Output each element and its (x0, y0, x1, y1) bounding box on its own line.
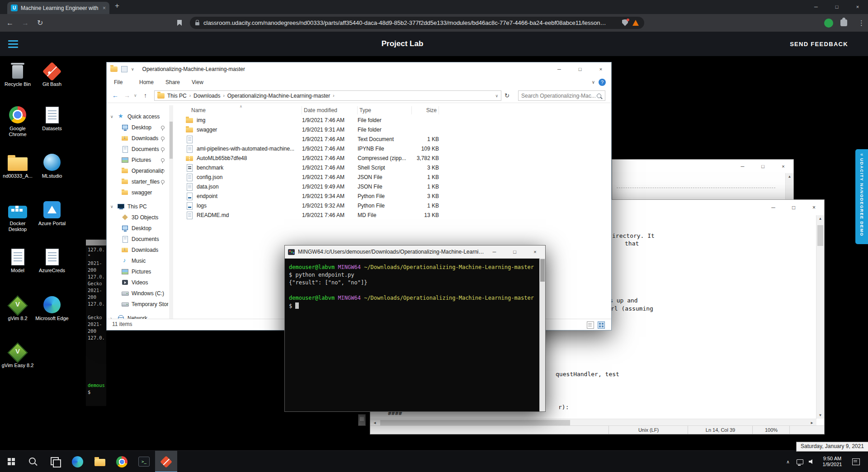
terminal-close-button[interactable]: × (525, 245, 545, 258)
file-row-logs[interactable]: logs1/9/2021 9:32 AMPython File1 KB (184, 201, 610, 210)
desktop-icon-google-chrome[interactable]: Google Chrome (0, 105, 35, 137)
file-row-img[interactable]: img1/9/2021 7:46 AMFile folder (184, 115, 610, 125)
back-button[interactable]: ← (6, 14, 14, 32)
desktop-icon-gvim-8-2[interactable]: VgVim 8.2 (0, 295, 35, 321)
breadcrumb-current-folder[interactable]: Operationalizing-Machine-Learning-master (227, 93, 330, 99)
column-header-date-modified[interactable]: Date modified (302, 106, 358, 114)
sidebar-item-music[interactable]: Music (107, 255, 168, 266)
volume-tray-icon[interactable] (806, 451, 817, 472)
shield-extension-icon[interactable] (622, 19, 628, 27)
bookmark-icon[interactable] (177, 20, 182, 26)
file-list-headers[interactable]: ∧ Name Date modified Type Size (184, 105, 610, 115)
mingw-terminal-window[interactable]: MINGW64:/c/Users/demouser/Downloads/Oper… (284, 245, 546, 412)
reload-button[interactable]: ↻ (37, 14, 43, 32)
explorer-titlebar[interactable]: ∨ Operationalizing-Machine-Learning-mast… (107, 62, 611, 76)
address-bar[interactable]: classroom.udacity.com/nanodegrees/nd0033… (190, 17, 644, 29)
desktop-icon-gvim-easy-8-2[interactable]: VgVim Easy 8.2 (0, 342, 35, 368)
window-minimize-button[interactable]: ─ (806, 0, 826, 14)
file-row-endpoint[interactable]: endpoint1/9/2021 9:34 AMPython File3 KB (184, 191, 610, 201)
sidebar-item-videos[interactable]: Videos (107, 277, 168, 288)
file-row-aml-pipelines-with-automated-machine[interactable]: aml-pipelines-with-automated-machine...1… (184, 144, 610, 153)
nav-section-quick-access[interactable]: ∨Quick access (107, 111, 168, 122)
nav-section-network[interactable]: ›Network (107, 312, 168, 319)
scroll-up-icon[interactable]: ▲ (786, 173, 793, 180)
desktop-icon-docker-desktop[interactable]: Docker Desktop (0, 200, 35, 232)
terminal-scrollbar[interactable] (539, 258, 545, 411)
menu-file[interactable]: File (114, 76, 123, 89)
terminal-titlebar[interactable]: MINGW64:/c/Users/demouser/Downloads/Oper… (285, 245, 545, 259)
column-header-name[interactable]: Name (191, 106, 302, 114)
sidebar-item-desktop[interactable]: Desktop (107, 122, 168, 133)
bw-maximize-button[interactable]: □ (753, 160, 773, 173)
sidebar-item-windows-c[interactable]: Windows (C:) (107, 288, 168, 299)
icons-view-icon[interactable] (598, 321, 605, 329)
terminal-output[interactable]: demouser@labvm MINGW64 ~/Downloads/Opera… (285, 258, 540, 411)
sidebar-item-documents[interactable]: Documents (107, 234, 168, 245)
taskbar-file-explorer[interactable] (89, 451, 111, 472)
profile-avatar[interactable] (824, 19, 833, 28)
sidebar-item-pictures[interactable]: Pictures (107, 155, 168, 165)
desktop-icon-nd00333-a[interactable]: nd00333_A... (0, 152, 35, 179)
desktop-icon-mlstudio[interactable]: MLstudio (35, 152, 69, 179)
sidebar-item-temporary-stora[interactable]: Temporary Stora (107, 299, 168, 310)
explorer-minimize-button[interactable]: ─ (549, 62, 570, 76)
explorer-maximize-button[interactable]: □ (570, 62, 590, 76)
menu-share[interactable]: Share (165, 76, 180, 89)
taskbar-start[interactable] (0, 451, 22, 472)
taskbar-clock[interactable]: 9:50 AM 1/9/2021 (817, 451, 847, 472)
address-breadcrumb-bar[interactable]: This PC › Downloads › Operationalizing-M… (154, 90, 501, 101)
warning-extension-icon[interactable] (632, 20, 639, 26)
qat-properties-icon[interactable] (121, 66, 127, 72)
desktop-icon-recycle-bin[interactable]: Recycle Bin (0, 61, 35, 87)
sidebar-item-desktop[interactable]: Desktop (107, 223, 168, 234)
network-tray-icon[interactable] (794, 451, 806, 472)
bw-minimize-button[interactable]: ─ (732, 160, 753, 173)
taskbar-chrome[interactable] (111, 451, 133, 472)
qat-dropdown-icon[interactable]: ∨ (131, 67, 134, 71)
sidebar-item-3d-objects[interactable]: 3D Objects (107, 212, 168, 223)
menu-hamburger-icon[interactable] (8, 38, 18, 50)
desktop-icon-azure-portal[interactable]: Azure Portal (35, 200, 69, 227)
file-row-swagger[interactable]: swagger1/9/2021 9:31 AMFile folder (184, 125, 610, 134)
help-icon[interactable]: ? (599, 79, 606, 86)
desktop-icon-model[interactable]: Model (0, 247, 35, 274)
scrollbar-thumb[interactable] (170, 122, 173, 159)
sidebar-item-operationaliz[interactable]: Operationaliz (107, 165, 168, 176)
ribbon-expand-icon[interactable]: ∨ (592, 76, 595, 89)
explorer-search-input[interactable]: Search Operationalizing-Mac... (518, 90, 605, 101)
file-row-unnamed[interactable]: 1/9/2021 7:46 AMText Document1 KB (184, 134, 610, 144)
breadcrumb-this-pc[interactable]: This PC (167, 93, 187, 99)
explorer-history-dropdown-icon[interactable]: ∨ (134, 89, 137, 103)
nav-section-this-pc[interactable]: ∨This PC (107, 201, 168, 212)
extensions-icon[interactable] (840, 19, 847, 26)
scroll-up-icon[interactable]: ▲ (816, 217, 824, 221)
terminal-maximize-button[interactable]: □ (505, 245, 525, 258)
browser-tab[interactable]: U Machine Learning Engineer with × (7, 2, 109, 14)
tray-expand-icon[interactable]: ∧ (782, 451, 794, 472)
taskbar-terminal[interactable]: >_ (133, 451, 155, 472)
taskbar-git-bash[interactable] (155, 451, 177, 472)
desktop-icon-datasets[interactable]: Datasets (35, 105, 69, 132)
file-row-automlb65bb7dfe48[interactable]: AutoMLb65bb7dfe481/9/2021 7:46 AMCompres… (184, 153, 610, 163)
sidebar-scrollbar[interactable] (169, 105, 173, 319)
sidebar-item-swagger[interactable]: swagger (107, 187, 168, 198)
sidebar-item-starter-files[interactable]: starter_files (107, 176, 168, 187)
window-close-button[interactable]: × (847, 0, 868, 14)
file-row-config-json[interactable]: config.json1/9/2021 7:46 AMJSON File1 KB (184, 172, 610, 182)
scrollbar-thumb[interactable] (540, 259, 545, 282)
notepad-maximize-button[interactable]: □ (783, 200, 804, 215)
sidebar-item-documents[interactable]: Documents (107, 144, 168, 155)
taskbar-search[interactable] (22, 451, 44, 472)
breadcrumb-downloads[interactable]: Downloads (193, 93, 220, 99)
file-row-data-json[interactable]: data.json1/9/2021 9:49 AMJSON File1 KB (184, 182, 610, 191)
sidebar-item-downloads[interactable]: Downloads (107, 245, 168, 255)
window-maximize-button[interactable]: □ (826, 0, 847, 14)
column-header-size[interactable]: Size (412, 106, 439, 114)
scrollbar-thumb[interactable] (817, 225, 823, 246)
notepad-close-button[interactable]: × (804, 200, 824, 215)
details-view-icon[interactable] (587, 321, 594, 329)
menu-view[interactable]: View (192, 76, 203, 89)
desktop-icon-microsoft-edge[interactable]: Microsoft Edge (35, 295, 69, 321)
notepad-vertical-scrollbar[interactable]: ▲ ▼ (816, 215, 824, 419)
explorer-up-button[interactable]: ↑ (144, 89, 147, 103)
